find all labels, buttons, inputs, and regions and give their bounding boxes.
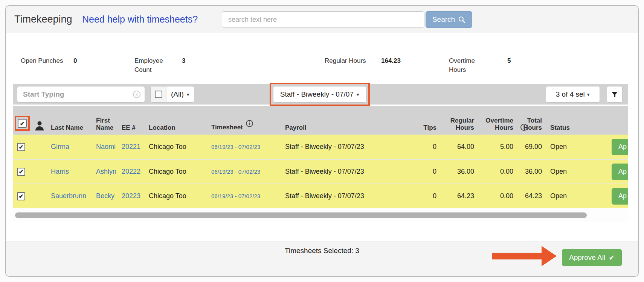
payroll-dropdown-highlight: Staff - Biweekly - 07/07 ▾ (270, 83, 370, 106)
search-icon (458, 16, 465, 23)
status-cell: Open (546, 143, 588, 151)
timesheet-period-link[interactable]: 06/19/23 - 07/02/23 (211, 144, 260, 150)
regular-hours-cell: 64.00 (441, 143, 479, 151)
location-cell: Chicago Too (148, 143, 208, 151)
payroll-filter-dropdown[interactable]: Staff - Biweekly - 07/07 ▾ (273, 86, 366, 103)
col-header-first-name[interactable]: First Name (95, 117, 121, 132)
check-icon: ✔ (609, 253, 615, 262)
last-name-link[interactable]: Harris (51, 168, 69, 175)
table-row: Sauerbrunn Becky 20223 Chicago Too 06/19… (13, 183, 628, 208)
page-header: Timekeeping Need help with timesheets? S… (6, 6, 638, 33)
overtime-hours-cell: 0.00 (479, 168, 518, 176)
total-hours-cell: 36.00 (518, 168, 546, 176)
columns-selector-dropdown[interactable]: 3 of 4 sel ▾ (546, 86, 600, 103)
grid-toolbar: ✕ (All) ▾ Staff - Biweekly - 07/07 ▾ (13, 84, 628, 105)
info-icon[interactable]: i (520, 124, 528, 131)
timesheet-period-link[interactable]: 06/19/23 - 07/02/23 (211, 168, 260, 175)
approve-row-button[interactable]: Ap (612, 139, 628, 155)
info-icon[interactable]: i (246, 120, 253, 127)
col-header-overtime-hours[interactable]: Overtime Hours (479, 117, 518, 132)
clear-filter-icon[interactable]: ✕ (133, 91, 140, 98)
stat-label: Regular Hours (325, 56, 377, 65)
col-header-location[interactable]: Location (148, 124, 208, 132)
total-hours-cell: 69.00 (518, 143, 546, 151)
tips-cell: 0 (377, 143, 441, 151)
horizontal-scrollbar-thumb[interactable] (15, 212, 587, 218)
last-name-link[interactable]: Girma (51, 143, 69, 150)
row-checkbox[interactable] (17, 168, 25, 176)
stat-label: Overtime Hours (449, 56, 482, 74)
select-all-checkbox[interactable] (18, 119, 27, 128)
ee-number-link[interactable]: 20222 (122, 168, 140, 175)
stat-value: 0 (73, 56, 77, 65)
payroll-cell: Staff - Biweekly - 07/07/23 (284, 192, 377, 200)
search-button[interactable]: Search (426, 11, 472, 28)
person-icon (34, 120, 45, 132)
tips-cell: 0 (377, 192, 441, 200)
approve-row-button[interactable]: Ap (612, 188, 628, 205)
chevron-down-icon: ▾ (357, 92, 359, 97)
stat-open-punches: Open Punches 0 (21, 56, 77, 65)
action-cell: Ap (588, 184, 628, 208)
columns-selector-label: 3 of 4 sel (556, 90, 585, 99)
ee-number-link[interactable]: 20221 (122, 143, 140, 150)
status-cell: Open (546, 168, 588, 176)
filter-funnel-icon (611, 91, 618, 98)
search-button-label: Search (432, 15, 455, 24)
regular-hours-cell: 64.23 (441, 192, 479, 200)
help-link[interactable]: Need help with timesheets? (82, 14, 198, 25)
stat-value: 3 (182, 56, 185, 65)
table-header-row: Last Name First Name EE # Location Times… (13, 106, 628, 135)
stat-overtime-hours: Overtime Hours 5 (449, 56, 482, 74)
stat-employee-count: Employee Count 3 (134, 56, 169, 74)
overtime-hours-cell: 5.00 (479, 143, 518, 151)
col-header-tips[interactable]: Tips (377, 124, 441, 132)
row-checkbox[interactable] (17, 143, 25, 151)
horizontal-scrollbar (13, 208, 628, 222)
stat-regular-hours: Regular Hours 164.23 (325, 56, 377, 65)
chevron-down-icon: ▾ (187, 92, 189, 97)
col-header-payroll[interactable]: Payroll (284, 124, 377, 132)
stat-value: 164.23 (381, 56, 401, 65)
approve-row-button[interactable]: Ap (612, 164, 628, 180)
first-name-link[interactable]: Ashlyn (96, 168, 116, 175)
ee-number-link[interactable]: 20223 (122, 192, 140, 200)
col-header-status[interactable]: Status (546, 124, 588, 132)
first-name-link[interactable]: Naomi (96, 143, 116, 150)
all-filter-label: (All) (171, 90, 184, 99)
grid-filter-input[interactable] (17, 86, 145, 103)
location-cell: Chicago Too (148, 168, 208, 176)
col-header-ee-number[interactable]: EE # (121, 124, 148, 132)
row-checkbox[interactable] (17, 192, 25, 200)
approve-all-button[interactable]: Approve All ✔ (562, 249, 622, 266)
location-cell: Chicago Too (148, 192, 208, 200)
payroll-cell: Staff - Biweekly - 07/07/23 (284, 168, 377, 176)
screen: Timekeeping Need help with timesheets? S… (0, 0, 644, 282)
timekeeping-page: Timekeeping Need help with timesheets? S… (5, 5, 639, 277)
timesheet-header-label: Timesheet (211, 124, 243, 131)
timesheet-period-link[interactable]: 06/19/23 - 07/02/23 (211, 193, 260, 199)
last-name-link[interactable]: Sauerbrunn (51, 192, 86, 200)
page-footer: Timesheets Selected: 3 Approve All ✔ (6, 241, 638, 276)
page-title: Timekeeping (14, 14, 72, 25)
all-filter-checkbox[interactable] (155, 91, 162, 98)
col-header-last-name[interactable]: Last Name (50, 124, 95, 132)
search-input[interactable] (222, 11, 424, 28)
first-name-link[interactable]: Becky (96, 192, 114, 200)
overtime-hours-cell: 0.00 (479, 192, 518, 200)
stat-label: Employee Count (134, 56, 169, 74)
payroll-filter-label: Staff - Biweekly - 07/07 (280, 90, 354, 99)
col-header-total-hours[interactable]: i Total Hours (518, 117, 546, 132)
employee-column-header (32, 120, 50, 132)
col-header-regular-hours[interactable]: Regular Hours (441, 117, 479, 132)
all-filter-dropdown[interactable]: (All) ▾ (150, 86, 194, 103)
filter-button[interactable] (607, 86, 623, 103)
action-cell: Ap (588, 160, 628, 183)
col-header-timesheet[interactable]: Timesheeti (208, 124, 284, 132)
stat-value: 5 (507, 56, 511, 65)
action-cell: Ap (588, 135, 628, 159)
chevron-down-icon: ▾ (587, 92, 590, 97)
all-filter-checkbox-segment (151, 86, 166, 102)
payroll-cell: Staff - Biweekly - 07/07/23 (284, 143, 377, 151)
tips-cell: 0 (377, 168, 441, 176)
